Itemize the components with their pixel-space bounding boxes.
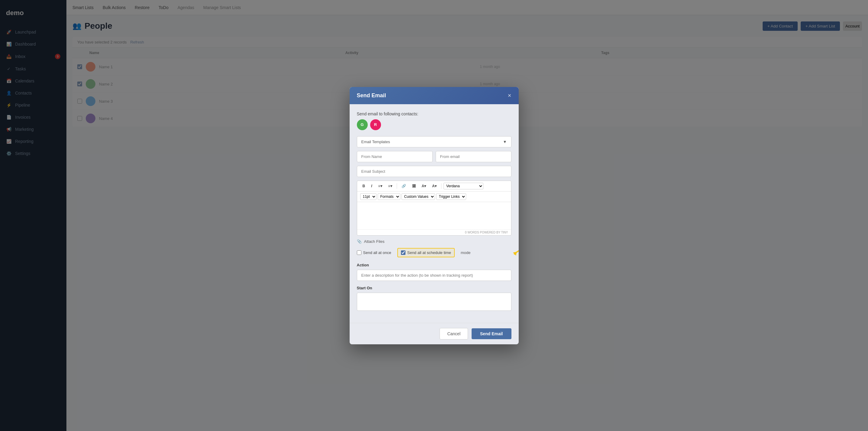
modal-body: Send email to following contacts: G R Em… <box>350 104 519 323</box>
contact-avatar-r: R <box>370 119 381 130</box>
send-options-row: Send all at once Send all at schedule ti… <box>357 248 512 257</box>
attachment-icon: 📎 <box>357 239 362 244</box>
send-email-modal: Send Email × Send email to following con… <box>350 87 519 344</box>
send-all-at-once-checkbox[interactable] <box>357 250 362 255</box>
font-family-select[interactable]: Verdana Arial Times New Roman <box>443 183 483 189</box>
text-color-button[interactable]: A▾ <box>420 183 429 189</box>
send-email-button[interactable]: Send Email <box>472 328 511 339</box>
unordered-list-button[interactable]: ≡▾ <box>376 183 385 189</box>
arrow-annotation <box>512 239 519 258</box>
send-all-at-once-label: Send all at once <box>363 250 391 255</box>
avatar-row: G R <box>357 119 512 130</box>
start-on-label: Start On <box>357 286 512 290</box>
attach-files-row: 📎 Attach Files <box>357 239 512 244</box>
editor-toolbar-formatting: B I ≡▾ ≡▾ 🔗 🖼 A▾ A▾ Verdana Arial Times … <box>357 181 511 191</box>
drip-mode-label: mode <box>461 250 471 255</box>
link-button[interactable]: 🔗 <box>399 183 408 189</box>
editor-word-count: 0 WORDS POWERED BY TINY <box>357 229 511 235</box>
action-description-input[interactable] <box>357 270 512 281</box>
modal-title: Send Email <box>357 92 386 99</box>
modal-overlay: Send Email × Send email to following con… <box>0 0 868 431</box>
from-email-input[interactable] <box>436 151 512 162</box>
toolbar-divider <box>397 183 397 189</box>
action-section-label: Action <box>357 263 512 267</box>
modal-header: Send Email × <box>350 87 519 104</box>
template-dropdown-group: Email Templates ▼ <box>357 136 512 147</box>
cancel-button[interactable]: Cancel <box>440 328 468 339</box>
send-at-schedule-label: Send all at schedule time <box>407 250 451 255</box>
modal-close-button[interactable]: × <box>508 92 512 98</box>
email-template-dropdown[interactable]: Email Templates ▼ <box>357 136 512 147</box>
toolbar-divider-2 <box>441 183 441 189</box>
email-body-editor: B I ≡▾ ≡▾ 🔗 🖼 A▾ A▾ Verdana Arial Times … <box>357 181 512 236</box>
contacts-label: Send email to following contacts: <box>357 112 512 116</box>
bold-button[interactable]: B <box>360 183 368 189</box>
email-subject-input[interactable] <box>357 166 512 177</box>
attach-files-label: Attach Files <box>364 239 385 244</box>
send-at-schedule-option[interactable]: Send all at schedule time <box>397 248 455 257</box>
image-button[interactable]: 🖼 <box>410 183 418 189</box>
svg-marker-0 <box>513 252 517 255</box>
contact-avatar-g: G <box>357 119 368 130</box>
formats-select[interactable]: Formats <box>378 193 400 200</box>
send-at-schedule-checkbox[interactable] <box>401 250 405 255</box>
email-body-content[interactable] <box>357 202 511 229</box>
ordered-list-button[interactable]: ≡▾ <box>386 183 395 189</box>
action-section: Action <box>357 263 512 281</box>
chevron-down-icon: ▼ <box>503 140 507 144</box>
send-all-at-once-option[interactable]: Send all at once <box>357 250 391 255</box>
trigger-links-select[interactable]: Trigger Links <box>436 193 466 200</box>
from-name-input[interactable] <box>357 151 433 162</box>
italic-button[interactable]: I <box>369 183 374 189</box>
font-size-select[interactable]: 11pt 12pt 14pt <box>360 193 376 200</box>
custom-values-select[interactable]: Custom Values <box>402 193 435 200</box>
bg-color-button[interactable]: A▾ <box>430 183 439 189</box>
email-subject-group <box>357 166 512 177</box>
from-fields-row <box>357 151 512 162</box>
start-on-date-picker[interactable] <box>357 293 512 311</box>
editor-toolbar-advanced: 11pt 12pt 14pt Formats Custom Values Tri… <box>357 191 511 202</box>
start-on-section: Start On <box>357 286 512 311</box>
modal-footer: Cancel Send Email <box>350 323 519 344</box>
contacts-section: Send email to following contacts: G R <box>357 112 512 130</box>
